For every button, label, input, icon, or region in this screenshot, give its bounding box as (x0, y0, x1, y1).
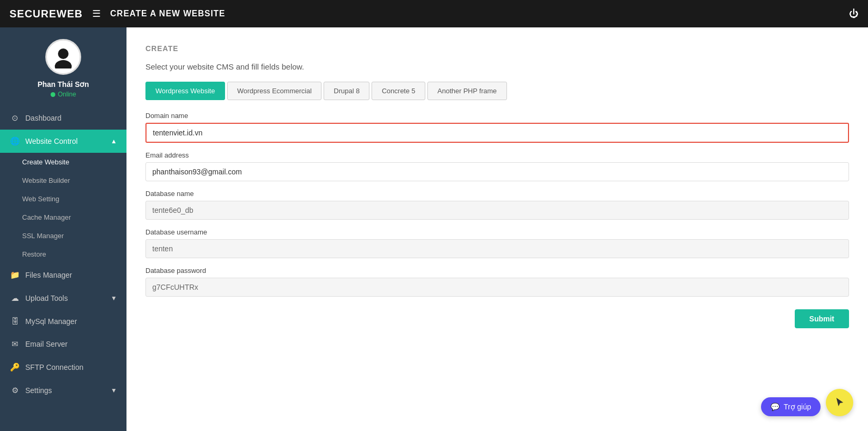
submit-row: Submit (145, 309, 849, 328)
sftp-connection-icon: 🔑 (9, 363, 20, 372)
sidebar-label-dashboard: Dashboard (25, 114, 62, 122)
online-dot (51, 92, 55, 97)
sidebar-item-email-server[interactable]: ✉ Email Server (0, 332, 126, 356)
sidebar-item-files-manager[interactable]: 📁 Files Manager (0, 263, 126, 287)
domain-name-group: Domain name (145, 112, 849, 143)
sidebar-subitem-ssl-manager[interactable]: SSL Manager (0, 227, 126, 245)
upload-tools-icon: ☁ (9, 293, 20, 303)
sidebar: Phan Thái Sơn Online ⊙ Dashboard 🌐 Websi… (0, 27, 126, 431)
sidebar-item-upload-tools[interactable]: ☁ Upload Tools ▼ (0, 287, 126, 310)
domain-name-label: Domain name (145, 112, 849, 120)
mysql-manager-icon: 🗄 (9, 317, 20, 326)
chat-icon: 💬 (771, 403, 779, 411)
cms-tab-concrete5[interactable]: Concrete 5 (372, 82, 425, 100)
section-title: CREATE (145, 44, 849, 53)
database-password-input[interactable] (145, 278, 849, 297)
sidebar-label-sftp-connection: SFTP Connection (25, 363, 83, 371)
fab-cursor (826, 389, 853, 416)
dashboard-icon: ⊙ (9, 113, 20, 123)
cms-tab-wordpress-ecommerce[interactable]: Wordpress Ecommercial (227, 82, 321, 100)
page-title: CREATE A NEW WEBSITE (110, 9, 226, 18)
sidebar-item-settings[interactable]: ⚙ Settings ▼ (0, 379, 126, 402)
sidebar-item-sftp-connection[interactable]: 🔑 SFTP Connection (0, 356, 126, 379)
database-username-group: Database username (145, 228, 849, 258)
website-control-icon: 🌐 (9, 136, 20, 146)
sidebar-subitem-create-website[interactable]: Create Website (0, 153, 126, 171)
tro-giup-label: Trợ giúp (784, 403, 811, 411)
database-name-label: Database name (145, 190, 849, 198)
topnav-left: SECUREWEB ☰ CREATE A NEW WEBSITE (9, 8, 226, 20)
settings-icon: ⚙ (9, 386, 20, 395)
email-address-group: Email address (145, 151, 849, 181)
email-address-input[interactable] (145, 162, 849, 181)
username: Phan Thái Sơn (37, 80, 89, 89)
sidebar-item-dashboard[interactable]: ⊙ Dashboard (0, 106, 126, 130)
sidebar-nav: ⊙ Dashboard 🌐 Website Control ▲ Create W… (0, 106, 126, 431)
main-content: CREATE Select your website CMS and fill … (126, 27, 868, 431)
sidebar-label-mysql-manager: MySql Manager (25, 317, 77, 326)
status-label: Online (58, 91, 76, 98)
svg-point-1 (55, 60, 72, 68)
chevron-up-icon: ▲ (111, 138, 117, 145)
status-indicator: Online (51, 91, 76, 98)
sidebar-item-website-control[interactable]: 🌐 Website Control ▲ (0, 130, 126, 153)
hamburger-icon[interactable]: ☰ (92, 8, 101, 19)
brand-logo: SECUREWEB (9, 8, 83, 20)
power-button[interactable]: ⏻ (849, 8, 859, 19)
avatar (45, 39, 81, 75)
database-username-label: Database username (145, 228, 849, 236)
submit-button[interactable]: Submit (795, 309, 849, 328)
domain-name-input[interactable] (145, 123, 849, 143)
sidebar-profile: Phan Thái Sơn Online (0, 27, 126, 106)
sidebar-subitem-restore[interactable]: Restore (0, 245, 126, 263)
main-layout: Phan Thái Sơn Online ⊙ Dashboard 🌐 Websi… (0, 27, 868, 431)
tro-giup-button[interactable]: 💬 Trợ giúp (761, 397, 821, 416)
sidebar-subitem-cache-manager[interactable]: Cache Manager (0, 208, 126, 227)
sidebar-subitem-web-setting[interactable]: Web Setting (0, 190, 126, 208)
database-username-input[interactable] (145, 239, 849, 258)
sidebar-label-upload-tools: Upload Tools (25, 294, 68, 302)
sidebar-label-email-server: Email Server (25, 340, 67, 348)
database-name-group: Database name (145, 190, 849, 220)
sidebar-label-settings: Settings (25, 386, 52, 395)
sidebar-item-mysql-manager[interactable]: 🗄 MySql Manager (0, 310, 126, 332)
sidebar-label-website-control: Website Control (25, 137, 77, 145)
chevron-down-icon: ▼ (111, 295, 117, 302)
cms-tab-another-php[interactable]: Another PHP frame (427, 82, 506, 100)
cms-tabs: Wordpress Website Wordpress Ecommercial … (145, 82, 849, 100)
content-subtitle: Select your website CMS and fill fields … (145, 62, 849, 71)
topnav: SECUREWEB ☰ CREATE A NEW WEBSITE ⏻ (0, 0, 868, 27)
database-password-group: Database password (145, 267, 849, 297)
files-manager-icon: 📁 (9, 270, 20, 280)
email-address-label: Email address (145, 151, 849, 159)
sidebar-label-files-manager: Files Manager (25, 271, 72, 279)
chevron-down-settings-icon: ▼ (111, 387, 117, 394)
email-server-icon: ✉ (9, 339, 20, 349)
database-password-label: Database password (145, 267, 849, 275)
sidebar-subitem-website-builder[interactable]: Website Builder (0, 171, 126, 190)
cms-tab-drupal8[interactable]: Drupal 8 (324, 82, 369, 100)
database-name-input[interactable] (145, 201, 849, 220)
svg-point-0 (58, 48, 69, 59)
cms-tab-wordpress[interactable]: Wordpress Website (145, 82, 225, 100)
